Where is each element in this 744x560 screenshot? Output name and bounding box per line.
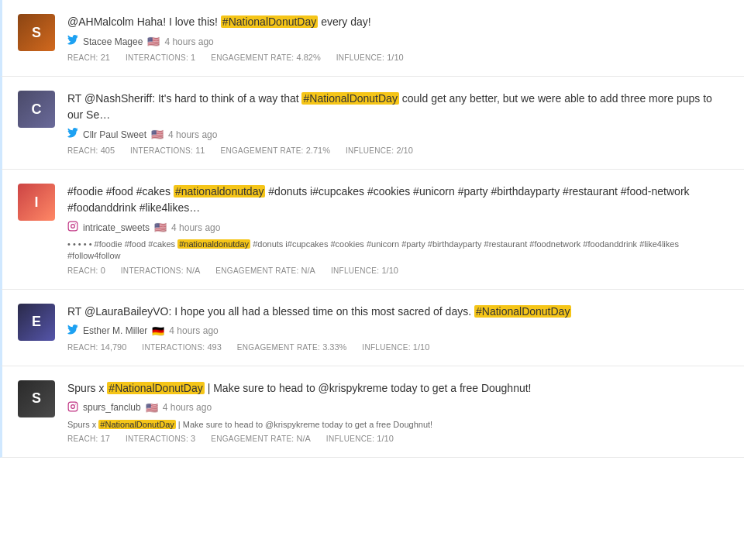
username: Stacee Magee xyxy=(83,36,143,47)
flag: 🇺🇸 xyxy=(147,36,160,47)
influence-label: INFLUENCE: xyxy=(362,343,410,352)
meta-row: Esther M. Miller 🇩🇪 4 hours ago xyxy=(67,325,728,338)
influence-stat: INFLUENCE: 1/10 xyxy=(336,53,404,62)
meta-row: Stacee Magee 🇺🇸 4 hours ago xyxy=(67,35,728,48)
stats-row: REACH: 21 INTERACTIONS: 1 ENGAGEMENT RAT… xyxy=(67,53,728,62)
reach-stat: REACH: 17 xyxy=(67,434,110,443)
influence-label: INFLUENCE: xyxy=(346,146,394,155)
flag: 🇺🇸 xyxy=(154,222,167,233)
feed-container: S @AHMalcolm Haha! I love this! #Nationa… xyxy=(0,0,744,458)
repost-text-before: Spurs x xyxy=(67,420,98,429)
time-ago: 4 hours ago xyxy=(169,325,218,336)
engagement-stat: ENGAGEMENT RATE: N/A xyxy=(215,266,315,275)
stats-row: REACH: 0 INTERACTIONS: N/A ENGAGEMENT RA… xyxy=(67,266,728,275)
post-text-before: #foodie #food #cakes xyxy=(67,185,174,198)
username: Esther M. Miller xyxy=(83,325,147,336)
flag: 🇺🇸 xyxy=(146,402,158,414)
engagement-stat: ENGAGEMENT RATE: N/A xyxy=(211,434,311,443)
post-content: @AHMalcolm Haha! I love this! #NationalD… xyxy=(67,14,728,62)
time-ago: 4 hours ago xyxy=(168,129,217,140)
flag: 🇺🇸 xyxy=(151,129,164,140)
avatar: S xyxy=(18,380,55,417)
post-text-before: RT @NashSheriff: It's hard to think of a… xyxy=(67,92,301,105)
username: intricate_sweets xyxy=(83,222,150,233)
svg-rect-3 xyxy=(68,402,78,411)
platform-icon xyxy=(67,401,78,414)
post-main-text: RT @NashSheriff: It's hard to think of a… xyxy=(67,91,728,123)
stats-row: REACH: 405 INTERACTIONS: 11 ENGAGEMENT R… xyxy=(67,146,728,155)
post-text-after: every day! xyxy=(318,15,370,28)
interactions-stat: INTERACTIONS: N/A xyxy=(121,266,201,275)
post-item: S Spurs x #NationalDonutDay | Make sure … xyxy=(0,366,744,458)
avatar: C xyxy=(18,91,55,128)
reach-label: REACH: xyxy=(67,146,98,155)
platform-icon xyxy=(67,325,78,338)
influence-label: INFLUENCE: xyxy=(336,53,384,62)
svg-point-2 xyxy=(75,223,76,224)
engagement-stat: ENGAGEMENT RATE: 2.71% xyxy=(220,146,329,155)
influence-stat: INFLUENCE: 1/10 xyxy=(331,266,398,275)
interactions-stat: INTERACTIONS: 3 xyxy=(126,434,195,443)
post-item: S @AHMalcolm Haha! I love this! #Nationa… xyxy=(0,0,744,77)
post-content: #foodie #food #cakes #nationaldonutday #… xyxy=(67,184,728,275)
post-main-text: @AHMalcolm Haha! I love this! #NationalD… xyxy=(67,14,728,30)
post-hashtag: #NationalDonutDay xyxy=(107,382,204,394)
repost-hashtag: #nationaldonutday xyxy=(177,239,250,249)
engagement-label: ENGAGEMENT RATE: xyxy=(211,53,294,62)
reach-label: REACH: xyxy=(67,53,98,62)
post-item: I #foodie #food #cakes #nationaldonutday… xyxy=(0,170,744,290)
time-ago: 4 hours ago xyxy=(171,222,220,233)
stats-row: REACH: 14,790 INTERACTIONS: 493 ENGAGEME… xyxy=(67,342,728,352)
engagement-label: ENGAGEMENT RATE: xyxy=(215,266,298,275)
svg-point-1 xyxy=(71,225,75,228)
post-item: E RT @LauraBaileyVO: I hope you all had … xyxy=(0,290,744,366)
influence-stat: INFLUENCE: 1/10 xyxy=(326,434,394,443)
post-hashtag: #nationaldonutday xyxy=(174,185,265,198)
interactions-label: INTERACTIONS: xyxy=(126,53,188,62)
post-hashtag: #NationalDonutDay xyxy=(221,15,318,28)
platform-icon xyxy=(67,221,78,234)
engagement-stat: ENGAGEMENT RATE: 3.33% xyxy=(237,342,346,352)
flag: 🇩🇪 xyxy=(152,325,164,337)
post-hashtag: #NationalDonutDay xyxy=(474,305,571,318)
svg-rect-0 xyxy=(68,222,78,231)
influence-stat: INFLUENCE: 2/10 xyxy=(346,146,413,155)
post-hashtag: #NationalDonutDay xyxy=(301,92,398,105)
post-content: RT @NashSheriff: It's hard to think of a… xyxy=(67,91,728,155)
svg-point-4 xyxy=(71,404,75,408)
influence-label: INFLUENCE: xyxy=(331,266,379,275)
repost-text-after: | Make sure to head to @krispykreme toda… xyxy=(176,420,432,429)
svg-point-5 xyxy=(75,404,76,404)
engagement-label: ENGAGEMENT RATE: xyxy=(211,435,294,443)
meta-row: Cllr Paul Sweet 🇺🇸 4 hours ago xyxy=(67,128,728,141)
platform-icon xyxy=(67,128,78,141)
post-content: RT @LauraBaileyVO: I hope you all had a … xyxy=(67,304,728,352)
reach-label: REACH: xyxy=(67,435,98,443)
post-text-before: Spurs x xyxy=(67,382,107,394)
engagement-label: ENGAGEMENT RATE: xyxy=(237,343,320,352)
repost-text: Spurs x #NationalDonutDay | Make sure to… xyxy=(67,419,728,431)
post-text-after: | Make sure to head to @krispykreme toda… xyxy=(205,382,532,394)
influence-stat: INFLUENCE: 1/10 xyxy=(362,342,429,352)
post-main-text: RT @LauraBaileyVO: I hope you all had a … xyxy=(67,304,728,320)
post-text-before: RT @LauraBaileyVO: I hope you all had a … xyxy=(67,305,474,318)
post-text-before: @AHMalcolm Haha! I love this! xyxy=(67,15,221,28)
influence-label: INFLUENCE: xyxy=(326,435,374,443)
username: spurs_fanclub xyxy=(83,402,141,413)
time-ago: 4 hours ago xyxy=(163,402,212,413)
engagement-label: ENGAGEMENT RATE: xyxy=(220,146,303,155)
meta-row: spurs_fanclub 🇺🇸 4 hours ago xyxy=(67,401,728,414)
post-main-text: Spurs x #NationalDonutDay | Make sure to… xyxy=(67,380,728,397)
interactions-label: INTERACTIONS: xyxy=(142,343,205,352)
meta-row: intricate_sweets 🇺🇸 4 hours ago xyxy=(67,221,728,234)
avatar: I xyxy=(18,184,55,221)
repost-hashtag: #NationalDonutDay xyxy=(98,420,175,429)
username: Cllr Paul Sweet xyxy=(83,129,146,140)
reach-label: REACH: xyxy=(67,343,98,352)
engagement-stat: ENGAGEMENT RATE: 4.82% xyxy=(211,53,320,62)
reach-stat: REACH: 14,790 xyxy=(67,342,126,352)
reach-stat: REACH: 405 xyxy=(67,146,115,155)
post-main-text: #foodie #food #cakes #nationaldonutday #… xyxy=(67,184,728,216)
interactions-label: INTERACTIONS: xyxy=(130,146,193,155)
interactions-stat: INTERACTIONS: 1 xyxy=(126,53,195,62)
